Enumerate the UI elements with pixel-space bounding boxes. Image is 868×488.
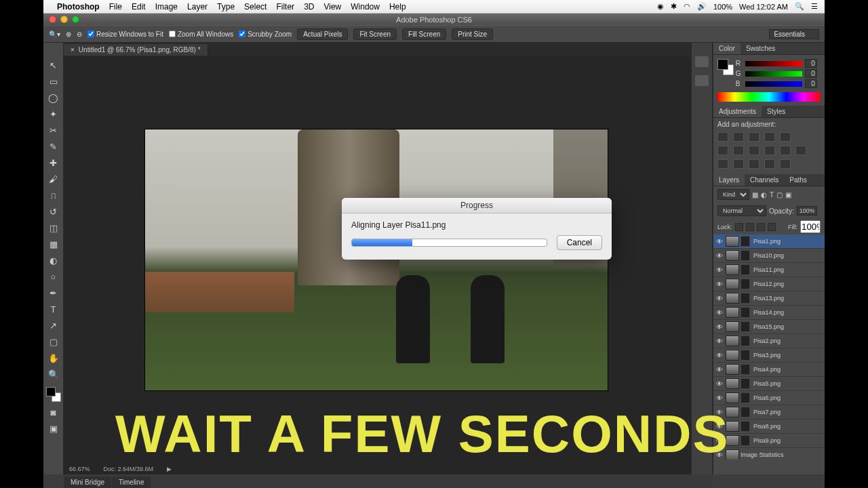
layer-mask-thumbnail[interactable] [741,407,750,418]
layer-row[interactable]: 👁Pisa4.png [713,363,825,377]
zoom-out-icon[interactable]: ⊖ [77,30,82,38]
eraser-tool-icon[interactable]: ◫ [46,222,61,234]
resize-windows-checkbox[interactable] [87,30,94,37]
menu-file[interactable]: File [109,2,122,12]
actual-pixels-button[interactable]: Actual Pixels [297,28,348,40]
eyedropper-tool-icon[interactable]: ✎ [46,140,61,152]
layer-thumbnail[interactable] [726,336,739,346]
zoom-window-button[interactable] [72,16,79,23]
hue-icon[interactable] [717,146,728,155]
menu-image[interactable]: Image [155,2,178,12]
print-size-button[interactable]: Print Size [452,28,493,40]
layer-mask-thumbnail[interactable] [741,392,750,403]
layer-mask-thumbnail[interactable] [741,336,750,346]
bw-icon[interactable] [749,146,760,155]
color-spectrum[interactable] [717,92,821,102]
visibility-icon[interactable]: 👁 [713,238,726,245]
layer-row[interactable]: 👁Pisa10.png [713,249,825,263]
paths-tab[interactable]: Paths [784,174,812,186]
visibility-icon[interactable]: 👁 [713,394,726,402]
layer-mask-thumbnail[interactable] [741,350,750,361]
layer-thumbnail[interactable] [726,321,739,332]
layer-thumbnail[interactable] [726,236,739,247]
layer-thumbnail[interactable] [726,250,739,261]
shape-tool-icon[interactable]: ▢ [46,336,61,348]
layers-tab[interactable]: Layers [713,174,745,186]
visibility-icon[interactable]: 👁 [713,252,726,260]
g-value[interactable]: 0 [805,69,817,78]
hand-tool-icon[interactable]: ✋ [46,352,61,364]
colorbalance-icon[interactable] [733,146,744,155]
selectivecolor-icon[interactable] [780,159,791,169]
layer-row[interactable]: 👁Pisa6.png [713,391,825,405]
scrubby-zoom-checkbox[interactable] [239,30,245,37]
fit-screen-button[interactable]: Fit Screen [353,28,397,40]
foreground-color-swatch[interactable] [46,387,56,396]
b-value[interactable]: 0 [805,79,817,88]
layer-thumbnail[interactable] [726,350,739,361]
filter-pixel-icon[interactable]: ▦ [752,191,758,199]
quickmask-icon[interactable]: ◙ [46,406,61,418]
layer-mask-thumbnail[interactable] [741,236,750,247]
wand-tool-icon[interactable]: ✦ [46,108,61,120]
doc-size[interactable]: Doc: 2.64M/39.6M [104,466,154,472]
layer-mask-thumbnail[interactable] [741,293,750,304]
layer-row[interactable]: 👁Pisa15.png [713,320,825,334]
color-tab[interactable]: Color [713,43,741,54]
brightness-icon[interactable] [717,132,728,142]
visibility-icon[interactable]: 👁 [713,323,726,331]
layer-row[interactable]: 👁Pisa2.png [713,334,825,348]
layer-row[interactable]: 👁Pisa12.png [713,277,825,291]
notification-icon[interactable]: ☰ [811,2,818,11]
visibility-icon[interactable]: 👁 [713,266,726,274]
lock-position-icon[interactable] [757,223,765,231]
lock-pixels-icon[interactable] [746,223,754,231]
layer-mask-thumbnail[interactable] [741,378,750,389]
menu-edit[interactable]: Edit [132,2,146,12]
levels-icon[interactable] [733,132,744,142]
crop-tool-icon[interactable]: ✂ [46,124,61,136]
properties-panel-icon[interactable] [695,75,709,86]
lock-transparent-icon[interactable] [735,223,743,231]
move-tool-icon[interactable]: ↖ [46,59,61,71]
threshold-icon[interactable] [749,159,760,169]
layer-mask-thumbnail[interactable] [741,250,750,261]
dodge-tool-icon[interactable]: ○ [46,270,61,283]
layer-row[interactable]: 👁Pisa5.png [713,377,825,391]
visibility-icon[interactable]: 👁 [713,380,726,388]
gradient-tool-icon[interactable]: ▦ [46,238,61,250]
layer-row[interactable]: 👁Pisa7.png [713,405,825,420]
r-slider[interactable] [745,61,802,66]
menu-view[interactable]: View [323,2,341,12]
stamp-tool-icon[interactable]: ⎍ [46,189,61,201]
lock-all-icon[interactable] [768,223,776,231]
layer-mask-thumbnail[interactable] [741,364,750,375]
screenmode-icon[interactable]: ▣ [46,422,61,434]
pen-tool-icon[interactable]: ✒ [46,287,61,299]
menu-type[interactable]: Type [217,2,235,12]
r-value[interactable]: 0 [805,59,817,68]
close-window-button[interactable] [49,16,56,23]
colorlookup-icon[interactable] [795,146,806,155]
blend-mode-select[interactable]: Normal [717,205,766,216]
visibility-icon[interactable]: 👁 [713,295,726,302]
minibridge-tab[interactable]: Mini Bridge [64,476,111,488]
layer-row[interactable]: 👁Pisa3.png [713,348,825,363]
zoom-in-icon[interactable]: ⊕ [66,30,71,38]
filter-shape-icon[interactable]: ▢ [776,191,783,199]
history-panel-icon[interactable] [695,56,709,67]
layer-row[interactable]: 👁Image Statistics [713,448,825,460]
layer-mask-thumbnail[interactable] [741,435,750,446]
layer-mask-thumbnail[interactable] [741,321,750,332]
healing-tool-icon[interactable]: ✚ [46,157,61,169]
layer-row[interactable]: 👁Pisa14.png [713,306,825,320]
tool-preset-icon[interactable]: 🔍▾ [49,30,60,38]
fg-swatch[interactable] [717,59,728,70]
clock[interactable]: Wed 12:02 AM [739,3,788,11]
visibility-icon[interactable]: 👁 [713,338,726,345]
channelmixer-icon[interactable] [780,146,791,155]
blur-tool-icon[interactable]: ◐ [46,254,61,266]
filter-smart-icon[interactable]: ▣ [785,191,791,199]
layer-thumbnail[interactable] [726,307,739,318]
filter-adjust-icon[interactable]: ◐ [761,191,767,199]
